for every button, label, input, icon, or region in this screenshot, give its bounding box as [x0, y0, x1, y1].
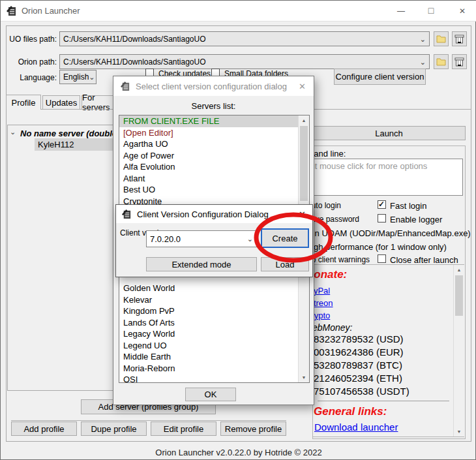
uo-path-label: UO files path:	[2, 35, 57, 44]
version-dialog-title: Client Version Configuration Dialog	[137, 209, 269, 219]
folder-icon	[436, 57, 446, 66]
servers-list-label: Servers list:	[113, 101, 314, 111]
status-bar-text: Orion Launcher v2.0.22.0 by Hotride © 20…	[1, 448, 476, 457]
app-icon	[6, 5, 17, 16]
chevron-down-icon[interactable]: ⌄	[420, 36, 426, 42]
orion-path-label: Orion path:	[2, 57, 57, 67]
orion-path-combobox[interactable]: C:/Users/KAH11/Downloads/SantiagoUO ⌄	[59, 54, 430, 69]
donate-divider	[318, 401, 449, 401]
server-list-item[interactable]: Moria-Reborn	[119, 363, 299, 375]
server-list-item[interactable]: Kelevar	[119, 294, 299, 306]
server-list-item[interactable]: Legend UO	[119, 340, 299, 352]
add-profile-button[interactable]: Add profile	[11, 422, 77, 436]
trash-icon	[454, 57, 464, 67]
trash-icon	[454, 35, 464, 44]
configure-client-version-button[interactable]: Configure client version	[334, 69, 426, 85]
chevron-down-icon[interactable]: ⌄	[89, 74, 95, 80]
close-after-launch-label: Close after launch	[390, 255, 458, 265]
server-list-item[interactable]: Age of Power	[119, 150, 299, 162]
window-title: Orion Launcher	[22, 6, 80, 16]
general-links-heading: General links:	[314, 405, 387, 418]
donate-scrollbar-thumb[interactable]	[455, 275, 463, 316]
server-list-item[interactable]: FROM CLIENT.EXE FILE	[119, 115, 299, 127]
scroll-up-icon[interactable]: ▲	[299, 115, 309, 125]
close-button[interactable]: ✕	[453, 4, 471, 18]
minimize-button[interactable]: —	[392, 4, 410, 18]
chevron-down-icon[interactable]: ⌄	[420, 59, 426, 65]
uo-path-combobox[interactable]: C:/Users/KAH11/Downloads/SantiagoUO ⌄	[59, 31, 430, 46]
folder-icon	[436, 35, 446, 43]
wallet-btc: 53280789837 (BTC)	[314, 360, 402, 371]
dupe-profile-button[interactable]: Dupe profile	[81, 422, 147, 436]
scroll-down-icon[interactable]: ▼	[299, 373, 309, 382]
server-list-item[interactable]: Best UO	[119, 184, 299, 196]
load-button[interactable]: Load	[261, 257, 309, 271]
wallet-eth: 21246052394 (ETH)	[314, 373, 402, 384]
orion-launcher-window: Orion Launcher — □ ✕ UO files path: C:/U…	[0, 0, 476, 460]
uo-open-explorer-button[interactable]	[452, 31, 467, 46]
server-list-item[interactable]: Atlant	[119, 173, 299, 185]
check-icon: ✓	[378, 201, 385, 208]
high-performance-label: high performance (for 1 window only)	[307, 242, 447, 252]
version-dialog-titlebar: Client Version Configuration Dialog ✕	[116, 205, 312, 223]
launch-button[interactable]: Launch	[312, 126, 466, 140]
save-password-label: save password	[307, 215, 359, 224]
create-button[interactable]: Create	[261, 228, 309, 248]
scroll-up-icon[interactable]: ▲	[454, 265, 464, 275]
server-list-item[interactable]: Legacy World	[119, 328, 299, 340]
tab-updates[interactable]: Updates	[42, 95, 80, 110]
titlebar: Orion Launcher — □ ✕	[1, 1, 476, 22]
maximize-button[interactable]: □	[422, 3, 440, 18]
command-line-placeholder: right mouse click for more options	[301, 161, 462, 171]
server-list-item[interactable]: Middle Earth	[119, 351, 299, 363]
client-version-value: 7.0.20.0	[150, 234, 181, 244]
select-dialog-title: Select client version configuration dial…	[136, 82, 287, 91]
select-dialog-titlebar: Select client version configuration dial…	[113, 76, 314, 96]
server-list-item[interactable]: Agartha UO	[119, 138, 299, 150]
close-icon[interactable]: ✕	[299, 82, 306, 91]
donate-scrollbar[interactable]: ▲ ▼	[453, 265, 464, 437]
chevron-down-icon[interactable]: ⌄	[247, 236, 253, 242]
remove-profile-button[interactable]: Remove profile	[220, 422, 286, 436]
app-icon	[120, 81, 130, 91]
uo-browse-folder-button[interactable]	[434, 31, 449, 46]
server-list-item[interactable]: Alfa Evolution	[119, 161, 299, 173]
orion-path-value: C:/Users/KAH11/Downloads/SantiagoUO	[63, 57, 206, 67]
server-list-item[interactable]: Kingdom PvP	[119, 305, 299, 317]
command-line-input[interactable]: right mouse click for more options	[312, 159, 463, 196]
fast-login-checkbox[interactable]: ✓	[378, 200, 386, 209]
edit-profile-button[interactable]: Edit profile	[151, 422, 216, 436]
client-version-dialog: Client Version Configuration Dialog ✕ Cl…	[115, 204, 313, 277]
tree-expander-icon[interactable]: ⌄	[10, 128, 16, 136]
wallet-eur: 00319624386 (EUR)	[314, 346, 404, 358]
extended-mode-button[interactable]: Extended mode	[146, 257, 257, 271]
close-after-launch-checkbox[interactable]	[378, 254, 386, 263]
wallet-usd: 83232789532 (USD)	[314, 333, 404, 345]
server-list-item[interactable]: Golden World	[119, 283, 299, 294]
fast-login-label: Fast login	[390, 201, 426, 211]
server-list-item[interactable]: Lands Of Arts	[119, 317, 299, 329]
enable-logger-checkbox[interactable]	[378, 214, 386, 222]
language-combobox[interactable]: English ⌄	[59, 70, 97, 84]
app-icon	[121, 209, 132, 219]
language-label: Language:	[2, 73, 57, 82]
close-icon[interactable]: ✕	[299, 209, 306, 219]
server-list-item[interactable]: OSI	[119, 374, 299, 383]
client-version-combobox[interactable]: 7.0.20.0 ⌄	[146, 230, 257, 247]
ok-button[interactable]: OK	[185, 388, 236, 401]
wallet-usdt: 75107456538 (USDT)	[314, 386, 409, 397]
download-launcher-link[interactable]: Download launcher	[314, 422, 398, 433]
servers-scrollbar-thumb[interactable]	[300, 126, 308, 201]
no-client-warnings-label: no client warnings	[307, 255, 370, 264]
server-list-item[interactable]: [Open Editor]	[119, 127, 299, 139]
run-uoam-label: run UOAM (UODir/Map/EnhancedMap.exe)	[307, 228, 471, 238]
enable-logger-label: Enable logger	[390, 215, 442, 224]
profile-buttons-divider	[11, 420, 286, 421]
uo-path-value: C:/Users/KAH11/Downloads/SantiagoUO	[63, 35, 206, 44]
language-value: English	[63, 72, 89, 82]
orion-open-explorer-button[interactable]	[452, 54, 467, 69]
orion-browse-folder-button[interactable]	[434, 54, 449, 69]
scroll-down-icon[interactable]: ▼	[454, 427, 464, 437]
tab-profile[interactable]: Profile	[6, 95, 41, 110]
